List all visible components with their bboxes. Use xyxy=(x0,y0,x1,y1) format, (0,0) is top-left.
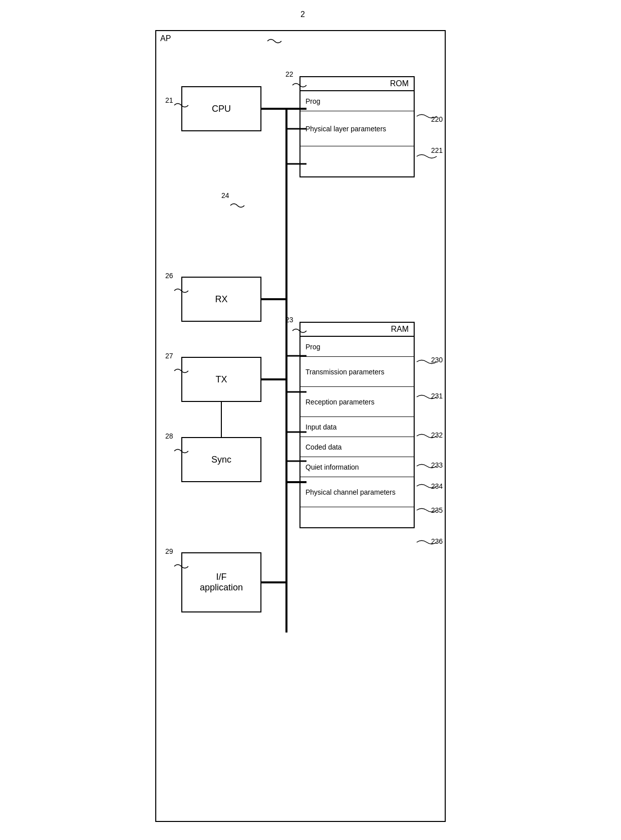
ref-233: 233 xyxy=(431,461,443,469)
rom-box: ROM Prog Physical layer parameters xyxy=(299,76,415,177)
rom-row-physical: Physical layer parameters xyxy=(300,111,414,146)
rx-label: RX xyxy=(215,294,227,305)
ref-24: 24 xyxy=(221,191,229,199)
rom-row-empty xyxy=(300,146,414,176)
ref-235: 235 xyxy=(431,506,443,514)
ref-220: 220 xyxy=(431,115,443,123)
if-label: I/F application xyxy=(200,572,243,593)
ram-row-input: Input data xyxy=(300,417,414,437)
main-box: AP 21 CPU 22 ROM Prog Physical layer par… xyxy=(155,30,446,822)
rom-header: ROM xyxy=(300,77,414,91)
ram-row-coded: Coded data xyxy=(300,437,414,457)
if-box: I/F application xyxy=(181,552,261,612)
ref-29: 29 xyxy=(165,547,173,555)
top-ref-label: 2 xyxy=(300,10,305,19)
ref-22: 22 xyxy=(285,70,293,78)
cpu-label: CPU xyxy=(212,104,231,114)
ram-row-reception: Reception parameters xyxy=(300,387,414,417)
tx-box: TX xyxy=(181,357,261,402)
ram-row-quiet: Quiet information xyxy=(300,457,414,477)
ref-26: 26 xyxy=(165,272,173,280)
ap-label: AP xyxy=(160,34,171,43)
ram-row-transmission: Transmission parameters xyxy=(300,357,414,387)
ram-header: RAM xyxy=(300,323,414,337)
ref-27: 27 xyxy=(165,352,173,360)
sync-box: Sync xyxy=(181,437,261,482)
ref-232: 232 xyxy=(431,431,443,439)
rx-box: RX xyxy=(181,277,261,322)
ram-row-physchan: Physical channel parameters xyxy=(300,477,414,507)
ref-23: 23 xyxy=(285,316,293,324)
ref-234: 234 xyxy=(431,482,443,490)
ref-21: 21 xyxy=(165,96,173,104)
diagram-wrapper: 2 AP 21 CPU 22 ROM Prog Physical layer p… xyxy=(155,10,466,822)
ref-230: 230 xyxy=(431,356,443,364)
rom-row-prog: Prog xyxy=(300,91,414,111)
ref-231: 231 xyxy=(431,392,443,400)
ref-28: 28 xyxy=(165,432,173,440)
ram-row-prog: Prog xyxy=(300,337,414,357)
ref-236: 236 xyxy=(431,537,443,545)
ram-box: RAM Prog Transmission parameters Recepti… xyxy=(299,322,415,528)
ram-row-empty xyxy=(300,507,414,527)
ref-221: 221 xyxy=(431,146,443,154)
sync-label: Sync xyxy=(211,455,231,465)
tx-label: TX xyxy=(215,374,227,385)
cpu-box: CPU xyxy=(181,86,261,131)
